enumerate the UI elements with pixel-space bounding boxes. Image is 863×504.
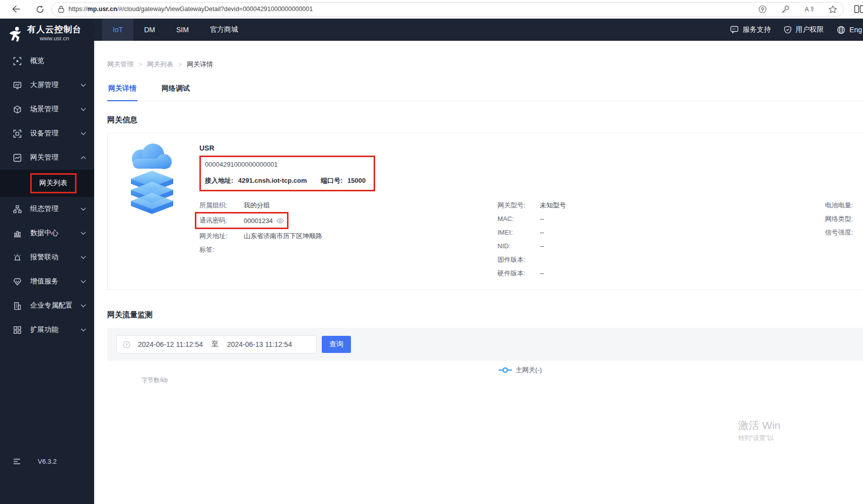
sidebar-item-label: 概览 xyxy=(30,56,86,65)
sidebar-item-gateway-list[interactable]: 网关列表 xyxy=(0,170,94,197)
top-navigation: IoT DM SIM 官方商城 服务支持 用户权限 Eng xyxy=(94,19,863,41)
sidebar-item-label: 大屏管理 xyxy=(30,81,77,90)
shield-icon xyxy=(784,26,792,34)
gateway-info-title: 网关信息 xyxy=(107,115,863,125)
usr-logo-icon xyxy=(7,26,24,43)
sidebar-item-extensions[interactable]: 扩展功能 xyxy=(0,318,94,342)
port-label: 端口号: xyxy=(321,177,342,184)
date-range-picker[interactable]: 2024-06-12 11:12:54 至 2024-06-13 11:12:5… xyxy=(116,335,317,353)
chevron-down-icon xyxy=(81,256,86,259)
bar-chart-icon xyxy=(13,229,22,238)
address-bar[interactable]: https://mp.usr.cn/#/cloud/gateway/ViewGa… xyxy=(51,2,844,17)
browser-refresh-button[interactable] xyxy=(31,2,48,16)
gateway-info-card: USR 00004291000000000001 接入地址: 4291.cnsh… xyxy=(107,133,863,290)
comm-password-value: 00001234 xyxy=(244,217,273,225)
detail-tabs: 网关详情 网络调试 xyxy=(107,81,863,101)
refresh-icon xyxy=(36,5,44,14)
tab-network-debug[interactable]: 网络调试 xyxy=(161,81,191,101)
sidebar: 有人云控制台 www.usr.cn 概览 大屏管理 场景管理 设备管理 xyxy=(0,19,94,504)
line-series-marker-icon xyxy=(498,367,512,373)
comm-password-label: 通讯密码: xyxy=(199,216,244,225)
field-gateway-address: 网关地址: 山东省济南市历下区坤顺路 xyxy=(199,229,481,243)
sidebar-item-label: 场景管理 xyxy=(30,105,77,114)
nav-tab-dm[interactable]: DM xyxy=(133,19,166,41)
url-text[interactable]: https://mp.usr.cn/#/cloud/gateway/ViewGa… xyxy=(68,6,313,13)
sidebar-menu: 概览 大屏管理 场景管理 设备管理 网关管理 xyxy=(0,49,94,342)
gateway-name: USR xyxy=(199,143,863,153)
chart-legend-main-gateway[interactable]: 主网关(-) xyxy=(498,366,542,375)
field-network-type: 网络类型: xyxy=(825,212,853,226)
sidebar-item-label: 扩展功能 xyxy=(30,325,77,334)
collapse-sidebar-icon[interactable] xyxy=(13,458,21,465)
date-end-value[interactable]: 2024-06-13 11:12:54 xyxy=(227,340,292,348)
gem-icon xyxy=(13,277,22,286)
chevron-down-icon xyxy=(81,232,86,235)
chat-bubble-icon xyxy=(730,26,739,34)
breadcrumb-gateway-list[interactable]: 网关列表 xyxy=(147,60,173,69)
split-screen-button[interactable] xyxy=(851,2,863,16)
svg-text:A: A xyxy=(805,6,809,13)
gateway-icon xyxy=(13,154,22,162)
chevron-up-icon xyxy=(81,156,86,160)
read-aloud-icon[interactable]: A xyxy=(804,5,814,13)
chevron-down-icon xyxy=(81,304,86,308)
chevron-down-icon xyxy=(81,207,86,211)
sidebar-item-alarm-linkage[interactable]: 报警联动 xyxy=(0,245,94,269)
sidebar-item-scene-mgmt[interactable]: 场景管理 xyxy=(0,97,94,121)
nav-tab-iot[interactable]: IoT xyxy=(102,19,133,41)
password-key-icon[interactable] xyxy=(781,5,790,14)
device-icon xyxy=(13,129,22,138)
app-subtitle: www.usr.cn xyxy=(27,35,82,42)
breadcrumb-separator: > xyxy=(138,61,142,68)
browser-toolbar: https://mp.usr.cn/#/cloud/gateway/ViewGa… xyxy=(0,0,863,19)
sidebar-item-enterprise-config[interactable]: 企业专属配置 xyxy=(0,294,94,318)
sidebar-item-value-added[interactable]: 增值服务 xyxy=(0,269,94,294)
access-address-label: 接入地址: xyxy=(205,177,233,184)
chevron-down-icon xyxy=(81,84,86,87)
y-axis-label: 字节数/kb xyxy=(141,376,168,385)
sidebar-item-device-mgmt[interactable]: 设备管理 xyxy=(0,121,94,146)
date-range-separator: 至 xyxy=(211,340,219,349)
scene-cube-icon xyxy=(13,105,22,114)
gateway-list-highlight: 网关列表 xyxy=(30,173,77,193)
device-id: 00004291000000000001 xyxy=(205,161,366,169)
nav-tab-sim[interactable]: SIM xyxy=(166,19,199,41)
service-support-link[interactable]: 服务支持 xyxy=(730,25,771,34)
field-signal-strength: 信号强度: xyxy=(825,226,853,239)
breadcrumb-gateway-mgmt[interactable]: 网关管理 xyxy=(107,60,133,69)
tab-gateway-detail[interactable]: 网关详情 xyxy=(107,81,137,101)
field-organization: 所属组织: 我的分组 xyxy=(199,198,481,212)
field-firmware: 固件版本: xyxy=(497,253,566,266)
sidebar-item-data-center[interactable]: 数据中心 xyxy=(0,221,94,245)
browser-back-button[interactable] xyxy=(7,2,24,16)
page-content: 网关管理 > 网关列表 > 网关详情 网关详情 网络调试 网关信息 xyxy=(94,41,863,504)
chevron-down-icon xyxy=(81,328,86,332)
language-label: Eng xyxy=(849,26,862,34)
sidebar-item-config-mgmt[interactable]: 组态管理 xyxy=(0,197,94,221)
breadcrumb: 网关管理 > 网关列表 > 网关详情 xyxy=(107,60,863,69)
app-title: 有人云控制台 xyxy=(27,25,82,35)
app-version: V6.3.2 xyxy=(38,458,57,465)
port-value: 15000 xyxy=(347,177,366,184)
field-hardware: 硬件版本: -- xyxy=(497,266,566,280)
logo[interactable]: 有人云控制台 www.usr.cn xyxy=(0,23,94,47)
eye-icon[interactable] xyxy=(276,218,284,224)
clock-icon xyxy=(123,341,130,348)
annotation-box-comm-password: 通讯密码: 00001234 xyxy=(195,212,289,229)
traffic-filter-panel: 2024-06-12 11:12:54 至 2024-06-13 11:12:5… xyxy=(107,328,863,361)
traffic-chart: 主网关(-) 字节数/kb xyxy=(107,361,863,504)
back-arrow-icon xyxy=(11,5,20,13)
nav-tab-mall[interactable]: 官方商城 xyxy=(199,19,249,41)
field-imei: IMEI: -- xyxy=(497,226,566,239)
language-switch[interactable]: Eng xyxy=(837,26,862,34)
sidebar-item-screen-mgmt[interactable]: 大屏管理 xyxy=(0,73,94,97)
query-button[interactable]: 查询 xyxy=(322,336,351,353)
location-icon[interactable] xyxy=(758,5,767,14)
sidebar-item-gateway-mgmt[interactable]: 网关管理 xyxy=(0,146,94,170)
user-permission-label: 用户权限 xyxy=(796,25,824,34)
favorite-star-icon[interactable] xyxy=(828,5,837,14)
user-permission-link[interactable]: 用户权限 xyxy=(784,25,824,34)
date-start-value[interactable]: 2024-06-12 11:12:54 xyxy=(138,340,203,348)
sidebar-item-overview[interactable]: 概览 xyxy=(0,49,94,73)
overview-icon xyxy=(13,57,22,65)
